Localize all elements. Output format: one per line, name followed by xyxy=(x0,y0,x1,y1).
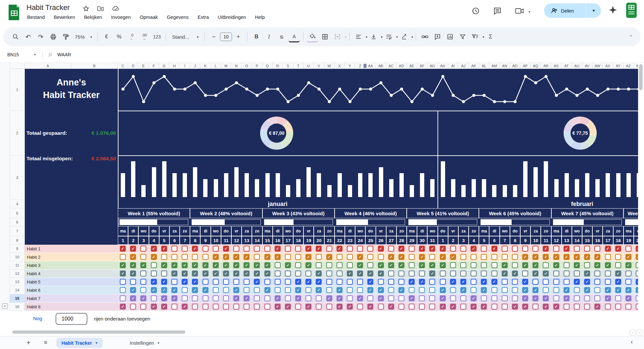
habit-checkbox[interactable]: ✓ xyxy=(450,254,456,260)
habit-checkbox[interactable] xyxy=(130,304,136,310)
day-number-cell[interactable]: 18 xyxy=(293,236,303,245)
habit-checkbox[interactable] xyxy=(605,279,611,285)
day-name-cell[interactable]: zo xyxy=(396,226,407,236)
week-header-6[interactable]: Week 6 (45% voltooid) xyxy=(479,208,551,218)
sheets-logo-icon[interactable] xyxy=(8,4,20,20)
habit-checkbox[interactable] xyxy=(367,254,373,260)
day-name-cell[interactable]: za xyxy=(458,226,469,236)
habit-checkbox[interactable]: ✓ xyxy=(223,246,229,252)
habit-checkbox[interactable]: ✓ xyxy=(151,304,157,310)
sheet-tab-caret[interactable]: ▾ xyxy=(96,341,97,345)
column-header-R[interactable]: R xyxy=(273,63,283,69)
habit-checkbox[interactable] xyxy=(388,295,394,301)
habit-checkbox[interactable] xyxy=(161,254,167,260)
day-name-cell[interactable]: zo xyxy=(469,226,479,236)
row-header-9[interactable]: 9 xyxy=(10,245,25,253)
habit-checkbox[interactable] xyxy=(347,262,353,268)
habit-checkbox[interactable]: ✓ xyxy=(532,271,538,276)
day-number-cell[interactable]: 25 xyxy=(365,236,376,245)
day-number-cell[interactable]: 7 xyxy=(500,236,510,245)
habit-checkbox[interactable] xyxy=(140,254,146,260)
search-icon[interactable] xyxy=(10,31,21,42)
habit-checkbox[interactable]: ✓ xyxy=(171,271,177,276)
column-header-G[interactable]: G xyxy=(159,63,169,69)
habit-checkbox[interactable] xyxy=(285,279,291,285)
column-header-AF[interactable]: AF xyxy=(417,63,427,69)
habit-checkbox[interactable] xyxy=(347,295,353,301)
habit-checkbox[interactable]: ✓ xyxy=(171,262,177,268)
habit-checkbox[interactable]: ✓ xyxy=(615,279,621,285)
habit-checkbox[interactable]: ✓ xyxy=(409,279,415,285)
habit-checkbox[interactable] xyxy=(213,304,219,310)
habit-checkbox[interactable] xyxy=(223,279,229,285)
habit-checkbox[interactable] xyxy=(171,279,177,285)
day-name-cell[interactable]: vr xyxy=(376,226,386,236)
habit-checkbox[interactable]: ✓ xyxy=(367,279,373,285)
habit-checkbox[interactable]: ✓ xyxy=(233,262,239,268)
habit-checkbox[interactable] xyxy=(182,287,188,293)
column-header-AB[interactable]: AB xyxy=(376,63,386,69)
day-number-cell[interactable]: 5 xyxy=(479,236,489,245)
habit-checkbox[interactable] xyxy=(171,246,177,252)
day-number-cell[interactable]: 20 xyxy=(314,236,324,245)
habit-checkbox[interactable] xyxy=(409,246,415,252)
habit-checkbox[interactable] xyxy=(450,287,456,293)
day-name-cell[interactable]: vr xyxy=(448,226,458,236)
column-header-V[interactable]: V xyxy=(314,63,324,69)
column-header-AU[interactable]: AU xyxy=(572,63,582,69)
column-header-AD[interactable]: AD xyxy=(396,63,407,69)
row-header-10[interactable]: 10 xyxy=(10,253,25,261)
habit-checkbox[interactable]: ✓ xyxy=(440,254,446,260)
habit-checkbox[interactable] xyxy=(584,262,590,268)
row-header-11[interactable]: 11 xyxy=(10,261,25,270)
habit-checkbox[interactable] xyxy=(140,271,146,276)
habit-checkbox[interactable] xyxy=(388,246,394,252)
habit-checkbox[interactable] xyxy=(316,254,322,260)
column-header-T[interactable]: T xyxy=(293,63,303,69)
paint-format-icon[interactable] xyxy=(60,31,71,42)
habit-checkbox[interactable]: ✓ xyxy=(419,279,425,285)
day-number-cell[interactable]: 11 xyxy=(221,236,231,245)
row-header-13[interactable]: 13 xyxy=(10,278,25,286)
habit-checkbox[interactable] xyxy=(512,254,518,260)
day-number-cell[interactable]: 8 xyxy=(190,236,200,245)
habit-checkbox[interactable]: ✓ xyxy=(337,287,343,293)
habit-checkbox[interactable]: ✓ xyxy=(357,295,363,301)
vertical-scrollbar-track[interactable] xyxy=(638,63,644,329)
habit-checkbox[interactable] xyxy=(553,295,559,301)
habit-checkbox[interactable]: ✓ xyxy=(316,246,322,252)
column-header-L[interactable]: L xyxy=(211,63,221,69)
habit-checkbox[interactable]: ✓ xyxy=(625,287,631,293)
row-header-6[interactable]: 6 xyxy=(10,218,25,226)
day-name-cell[interactable]: ma xyxy=(262,226,273,236)
habit-checkbox[interactable] xyxy=(584,304,590,310)
habit-checkbox[interactable]: ✓ xyxy=(553,254,559,260)
habit-checkbox[interactable] xyxy=(120,295,126,301)
habit-checkbox[interactable]: ✓ xyxy=(171,295,177,301)
column-header-AV[interactable]: AV xyxy=(582,63,592,69)
habit-checkbox[interactable]: ✓ xyxy=(543,295,549,301)
habit-checkbox[interactable]: ✓ xyxy=(564,295,570,301)
habit-checkbox[interactable]: ✓ xyxy=(233,295,239,301)
habit-checkbox[interactable]: ✓ xyxy=(223,271,229,276)
menu-bekijken[interactable]: Bekijken xyxy=(84,15,102,20)
habit-checkbox[interactable] xyxy=(605,304,611,310)
habit-checkbox[interactable]: ✓ xyxy=(192,287,198,293)
filter-icon[interactable] xyxy=(457,31,468,42)
habit-checkbox[interactable]: ✓ xyxy=(502,262,508,268)
increase-decimals-icon[interactable]: .00→ xyxy=(139,31,150,42)
habit-checkbox[interactable] xyxy=(429,254,435,260)
print-icon[interactable] xyxy=(48,31,59,42)
habit-checkbox[interactable]: ✓ xyxy=(522,295,528,301)
habit-checkbox[interactable]: ✓ xyxy=(295,287,301,293)
habit-checkbox[interactable]: ✓ xyxy=(264,262,270,268)
habit-checkbox[interactable] xyxy=(502,254,508,260)
habit-checkbox[interactable] xyxy=(275,262,281,268)
habit-checkbox[interactable] xyxy=(543,279,549,285)
meet-dropdown-caret[interactable]: ▾ xyxy=(529,10,530,14)
menu-uitbreidingen[interactable]: Uitbreidingen xyxy=(218,15,246,20)
habit-checkbox[interactable] xyxy=(357,287,363,293)
habit-checkbox[interactable] xyxy=(419,271,425,276)
text-wrap-caret[interactable]: ▾ xyxy=(396,35,398,39)
habit-checkbox[interactable] xyxy=(419,295,425,301)
